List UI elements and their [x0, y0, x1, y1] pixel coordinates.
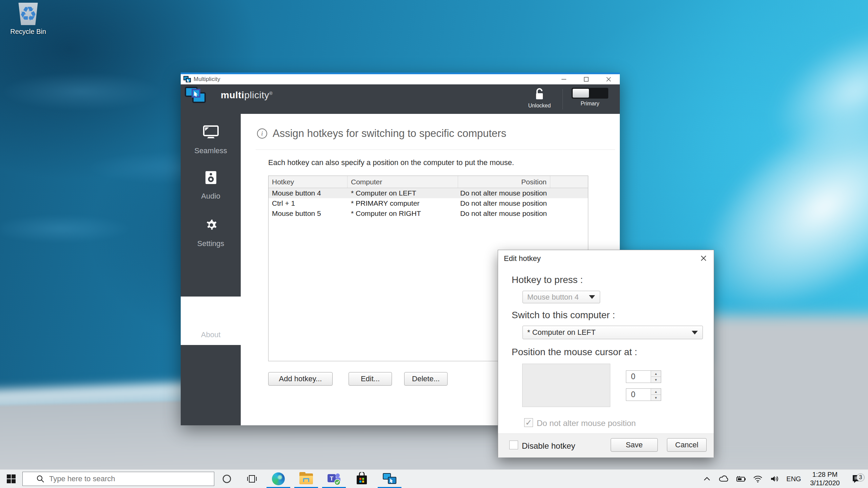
dialog-title: Edit hotkey: [504, 254, 541, 263]
taskbar-app-multiplicity[interactable]: [376, 470, 403, 488]
cancel-button[interactable]: Cancel: [667, 438, 707, 452]
check-icon: ✓: [525, 418, 532, 427]
do-not-alter-label: Do not alter mouse position: [537, 419, 636, 428]
hidden-icons-chevron[interactable]: [698, 476, 715, 481]
maximize-button[interactable]: [575, 74, 597, 84]
close-button[interactable]: [597, 74, 620, 84]
action-center-button[interactable]: 3: [846, 474, 868, 484]
sidebar-item-settings[interactable]: Settings: [181, 218, 241, 248]
edit-button[interactable]: Edit...: [349, 372, 392, 386]
onedrive-icon[interactable]: [715, 475, 732, 482]
delete-button[interactable]: Delete...: [404, 372, 448, 386]
sidebar-item-audio[interactable]: Audio: [181, 171, 241, 201]
disable-hotkey-checkbox[interactable]: [509, 441, 518, 449]
gear-icon: [181, 218, 241, 232]
speaker-icon: [181, 171, 241, 184]
y-coordinate-stepper[interactable]: 0 ▲ ▼: [626, 388, 661, 401]
header-divider: [563, 89, 563, 109]
dialog-footer: Disable hotkey Save Cancel: [498, 433, 714, 458]
taskbar-search[interactable]: [22, 472, 214, 486]
taskbar-clock[interactable]: 1:28 PM 3/11/2020: [804, 470, 846, 487]
app-header: multiplicity® Unlocked Primary: [181, 84, 620, 114]
chevron-down-icon: [589, 295, 595, 299]
window-title: Multiplicity: [194, 76, 220, 83]
windows-logo-icon: [7, 474, 16, 483]
taskbar: T: [0, 469, 868, 488]
language-indicator[interactable]: ENG: [783, 475, 804, 483]
recycle-bin-icon: ♻: [18, 3, 39, 25]
sidebar-item-seamless[interactable]: Seamless: [181, 125, 241, 155]
chevron-down-icon: [692, 331, 698, 334]
spin-down-button[interactable]: ▼: [651, 395, 661, 401]
disable-hotkey-label: Disable hotkey: [522, 441, 575, 451]
position-cursor-label: Position the mouse cursor at :: [512, 347, 637, 358]
hotkeys-sitemap-icon: [181, 261, 241, 275]
page-title: Assign hotkeys for switching to specific…: [273, 127, 506, 140]
spin-down-button[interactable]: ▼: [651, 377, 661, 383]
edit-hotkey-dialog: Edit hotkey Hotkey to press : Mouse butt…: [498, 250, 714, 457]
wifi-icon[interactable]: [749, 475, 766, 483]
do-not-alter-checkbox[interactable]: ✓: [524, 418, 533, 427]
running-indicator: [322, 487, 346, 488]
running-indicator: [294, 487, 318, 488]
time: 1:28 PM: [804, 470, 846, 479]
volume-icon[interactable]: [766, 475, 783, 483]
taskbar-app-edge[interactable]: [264, 470, 292, 488]
primary-toggle-control[interactable]: Primary: [566, 88, 614, 107]
spin-up-button[interactable]: ▲: [651, 389, 661, 395]
app-window-icon: [183, 76, 191, 83]
multiplicity-icon: [383, 473, 396, 485]
taskbar-app-store[interactable]: [348, 470, 376, 488]
task-view-button[interactable]: [239, 470, 264, 488]
recycle-bin-label: Recycle Bin: [6, 28, 50, 36]
table-header-row: Hotkey Computer Position: [269, 176, 588, 188]
screen-position-preview[interactable]: [522, 364, 610, 407]
beach-sand: [705, 315, 868, 461]
window-titlebar[interactable]: Multiplicity: [181, 74, 620, 84]
column-header-position[interactable]: Position: [458, 176, 550, 188]
lock-label: Unlocked: [521, 103, 558, 109]
add-hotkey-button[interactable]: Add hotkey...: [268, 372, 333, 386]
desktop: ♻ Recycle Bin Multiplicity: [0, 0, 868, 488]
battery-icon[interactable]: [732, 475, 749, 482]
table-row[interactable]: Mouse button 4 * Computer on LEFT Do not…: [269, 188, 588, 198]
sidebar-item-about[interactable]: ? About: [181, 309, 241, 339]
system-tray: ENG 1:28 PM 3/11/2020 3: [698, 470, 868, 488]
column-header-hotkey[interactable]: Hotkey: [269, 176, 348, 188]
spin-up-button[interactable]: ▲: [651, 371, 661, 377]
recycle-bin-shortcut[interactable]: ♻ Recycle Bin: [6, 3, 50, 36]
unlocked-padlock-icon: [534, 88, 545, 101]
question-circle-icon: ?: [181, 309, 241, 323]
running-indicator: [378, 487, 401, 488]
date: 3/11/2020: [804, 479, 846, 487]
search-input[interactable]: [49, 474, 205, 483]
sidebar-nav: Seamless Audio: [181, 114, 241, 425]
multiplicity-logo-icon: [185, 86, 206, 104]
monitor-icon: [181, 125, 241, 139]
page-subtitle: Each hotkey can also specify a position …: [268, 158, 514, 167]
sidebar-item-hotkeys[interactable]: HotKeys: [181, 261, 241, 291]
svg-text:T: T: [330, 475, 334, 482]
hotkey-dropdown[interactable]: Mouse button 4: [522, 291, 600, 303]
toggle-knob: [573, 89, 589, 98]
cortana-button[interactable]: [214, 470, 239, 488]
x-coordinate-stepper[interactable]: 0 ▲ ▼: [626, 370, 661, 383]
taskbar-app-teams[interactable]: T: [320, 470, 348, 488]
start-button[interactable]: [0, 470, 22, 488]
microsoft-store-icon: [355, 472, 368, 486]
lock-control[interactable]: Unlocked: [521, 88, 558, 109]
dialog-close-button[interactable]: [699, 253, 708, 263]
column-header-computer[interactable]: Computer: [348, 176, 458, 188]
notification-badge: 3: [856, 473, 865, 482]
switch-computer-label: Switch to this computer :: [512, 310, 615, 321]
file-explorer-icon: [299, 473, 313, 484]
table-row[interactable]: Mouse button 5 * Computer on RIGHT Do no…: [269, 208, 588, 219]
minimize-button[interactable]: [553, 74, 575, 84]
save-button[interactable]: Save: [611, 438, 658, 452]
table-row[interactable]: Ctrl + 1 * PRIMARY computer Do not alter…: [269, 198, 588, 208]
column-header-empty: [550, 176, 588, 188]
primary-toggle[interactable]: [572, 88, 608, 99]
taskbar-app-file-explorer[interactable]: [292, 470, 320, 488]
computer-dropdown[interactable]: * Computer on LEFT: [522, 326, 703, 339]
heading-divider: [256, 149, 615, 150]
